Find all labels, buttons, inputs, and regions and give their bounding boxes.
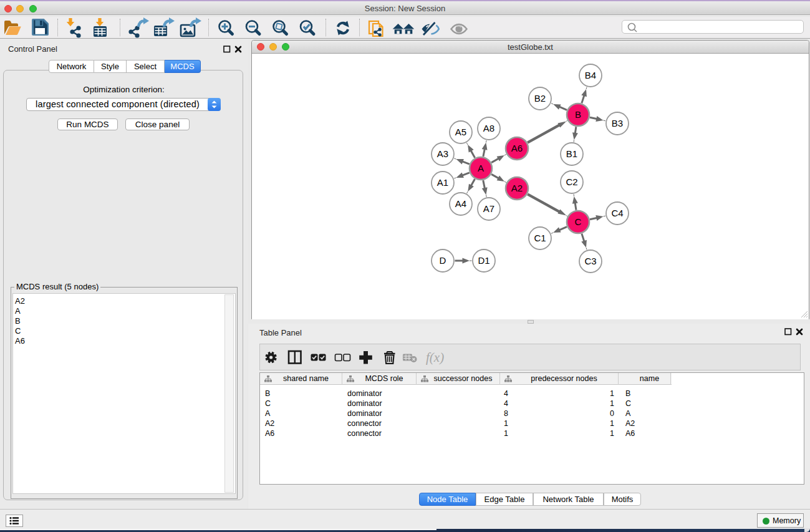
svg-text:C2: C2 (566, 177, 577, 187)
svg-text:D: D (440, 255, 446, 266)
svg-text:D1: D1 (478, 255, 489, 266)
svg-text:B1: B1 (566, 148, 577, 159)
svg-text:C3: C3 (584, 256, 596, 266)
svg-text:C: C (575, 216, 582, 227)
svg-text:f(x): f(x) (426, 350, 444, 365)
svg-text:A4: A4 (455, 198, 466, 209)
svg-text:A6: A6 (511, 143, 523, 153)
svg-text:A7: A7 (483, 203, 494, 214)
svg-text:C4: C4 (611, 208, 623, 218)
svg-text:A8: A8 (483, 123, 494, 133)
svg-text:A3: A3 (437, 148, 448, 159)
svg-text:A5: A5 (455, 127, 466, 137)
svg-text:B3: B3 (612, 118, 623, 128)
svg-text:C1: C1 (534, 233, 546, 243)
svg-text:A2: A2 (511, 183, 523, 193)
svg-text:B: B (575, 109, 581, 120)
svg-text:B2: B2 (534, 93, 546, 104)
svg-text:B4: B4 (585, 70, 596, 80)
svg-text:A1: A1 (437, 177, 448, 188)
svg-text:A: A (478, 163, 484, 173)
